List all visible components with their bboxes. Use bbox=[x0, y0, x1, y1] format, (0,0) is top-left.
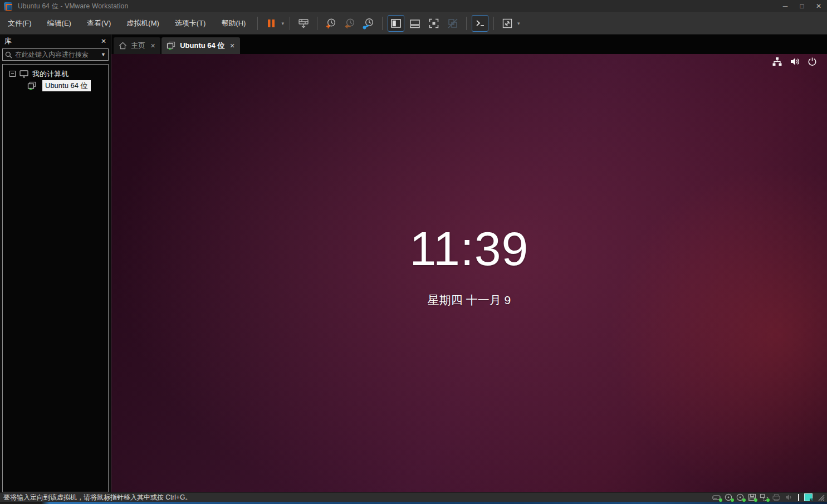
fullscreen-icon bbox=[428, 17, 440, 30]
tab-label: 主页 bbox=[131, 41, 145, 51]
console-view-button[interactable] bbox=[472, 15, 488, 32]
search-dropdown-icon[interactable]: ▼ bbox=[101, 52, 106, 57]
unity-mode-button[interactable] bbox=[444, 15, 461, 32]
cd-drive-icon[interactable] bbox=[725, 493, 733, 501]
toolbar-separator bbox=[493, 17, 494, 30]
content-area: 库 ✕ ▼ bbox=[0, 35, 827, 492]
fit-guest-dropdown-arrow[interactable]: ▾ bbox=[517, 21, 520, 26]
network-icon[interactable] bbox=[772, 57, 782, 66]
show-library-icon bbox=[390, 17, 402, 30]
take-snapshot-button[interactable] bbox=[322, 15, 339, 32]
show-thumbnail-bar-button[interactable] bbox=[407, 15, 423, 32]
main-area: 主页 ✕ Ubuntu 64 位 ✕ bbox=[111, 35, 827, 492]
menu-help[interactable]: 帮助(H) bbox=[213, 12, 253, 34]
guest-indicator-bar bbox=[772, 57, 817, 66]
show-thumbnail-bar-icon bbox=[409, 17, 421, 30]
toolbar-separator bbox=[466, 17, 467, 30]
pause-dropdown-arrow[interactable]: ▾ bbox=[281, 21, 284, 26]
vmware-logo-icon bbox=[4, 2, 12, 11]
device-connected-dot bbox=[719, 498, 722, 502]
library-search-box[interactable]: ▼ bbox=[2, 48, 109, 61]
sound-icon[interactable] bbox=[784, 493, 793, 501]
tab-ubuntu-vm[interactable]: Ubuntu 64 位 ✕ bbox=[162, 37, 239, 54]
library-sidebar: 库 ✕ ▼ bbox=[0, 35, 111, 492]
device-status-icons bbox=[712, 493, 827, 501]
tab-close-icon[interactable]: ✕ bbox=[150, 42, 155, 50]
menu-tabs[interactable]: 选项卡(T) bbox=[167, 12, 214, 34]
tab-home[interactable]: 主页 ✕ bbox=[114, 37, 160, 54]
tree-item-ubuntu-vm[interactable]: Ubuntu 64 位 bbox=[3, 80, 108, 91]
hard-disk-icon[interactable] bbox=[712, 493, 721, 501]
resize-grip[interactable] bbox=[817, 493, 825, 501]
message-log-icon[interactable] bbox=[804, 493, 813, 501]
cd-drive-2-icon[interactable] bbox=[736, 493, 745, 501]
windows-taskbar-edge bbox=[0, 502, 827, 504]
search-input[interactable] bbox=[15, 51, 101, 58]
toolbar-separator bbox=[317, 17, 317, 30]
send-ctrl-alt-del-button[interactable] bbox=[295, 15, 312, 32]
library-close-icon[interactable]: ✕ bbox=[101, 37, 106, 45]
pause-button[interactable] bbox=[263, 15, 280, 32]
revert-snapshot-icon bbox=[344, 17, 356, 30]
menu-view[interactable]: 查看(V) bbox=[79, 12, 119, 34]
vmware-workstation-window: Ubuntu 64 位 - VMware Workstation ─ □ ✕ 文… bbox=[0, 0, 827, 504]
menu-vm[interactable]: 虚拟机(M) bbox=[119, 12, 167, 34]
snapshot-manager-button[interactable] bbox=[360, 15, 377, 32]
device-connected-dot bbox=[742, 498, 746, 502]
titlebar: Ubuntu 64 位 - VMware Workstation ─ □ ✕ bbox=[0, 0, 827, 12]
lock-screen-date: 星期四 十一月 9 bbox=[111, 292, 827, 308]
console-view-icon bbox=[474, 17, 486, 30]
tree-item-my-computer[interactable]: 我的计算机 bbox=[3, 68, 108, 80]
fit-guest-icon bbox=[501, 17, 513, 30]
status-separator bbox=[798, 494, 799, 501]
tab-label: Ubuntu 64 位 bbox=[180, 41, 224, 51]
power-icon[interactable] bbox=[808, 57, 817, 66]
printer-icon[interactable] bbox=[772, 493, 781, 501]
fit-guest-button[interactable] bbox=[499, 15, 516, 32]
minimize-button[interactable]: ─ bbox=[777, 0, 794, 12]
pause-icon bbox=[266, 18, 277, 29]
status-message: 要将输入定向到该虚拟机，请将鼠标指针移入其中或按 Ctrl+G。 bbox=[0, 493, 192, 502]
collapse-expander-icon[interactable] bbox=[9, 71, 16, 77]
take-snapshot-icon bbox=[325, 17, 337, 30]
vm-tab-icon bbox=[167, 41, 176, 50]
library-tree: 我的计算机 Ubuntu 64 位 bbox=[2, 64, 109, 492]
library-title: 库 bbox=[4, 36, 12, 46]
statusbar: 要将输入定向到该虚拟机，请将鼠标指针移入其中或按 Ctrl+G。 bbox=[0, 492, 827, 502]
device-connected-dot bbox=[754, 498, 757, 502]
window-controls: ─ □ ✕ bbox=[777, 0, 827, 12]
device-connected-dot bbox=[766, 498, 770, 502]
toolbar-separator bbox=[382, 17, 383, 30]
tab-close-icon[interactable]: ✕ bbox=[229, 42, 234, 50]
volume-icon[interactable] bbox=[790, 57, 800, 66]
snapshot-manager-icon bbox=[363, 17, 375, 30]
fullscreen-button[interactable] bbox=[425, 15, 442, 32]
maximize-button[interactable]: □ bbox=[794, 0, 810, 12]
unity-mode-icon bbox=[447, 17, 459, 30]
vm-powered-on-icon bbox=[27, 81, 37, 90]
toolbar-separator bbox=[257, 17, 258, 30]
lock-screen-clock: 11:39 bbox=[111, 221, 827, 276]
floppy-icon[interactable] bbox=[748, 493, 756, 501]
library-header: 库 ✕ bbox=[0, 35, 111, 48]
menu-toolbar-row: 文件(F) 编辑(E) 查看(V) 虚拟机(M) 选项卡(T) 帮助(H) ▾ bbox=[0, 12, 827, 35]
device-connected-dot bbox=[731, 498, 734, 502]
search-icon bbox=[5, 51, 12, 58]
menu-edit[interactable]: 编辑(E) bbox=[40, 12, 79, 34]
show-library-button[interactable] bbox=[388, 15, 404, 32]
guest-display[interactable]: 11:39 星期四 十一月 9 bbox=[111, 54, 827, 492]
menu-file[interactable]: 文件(F) bbox=[0, 12, 40, 34]
revert-snapshot-button[interactable] bbox=[341, 15, 358, 32]
computer-icon bbox=[19, 70, 29, 78]
toolbar-separator bbox=[290, 17, 290, 30]
network-adapter-icon[interactable] bbox=[760, 493, 769, 501]
close-button[interactable]: ✕ bbox=[810, 0, 827, 12]
tabbar: 主页 ✕ Ubuntu 64 位 ✕ bbox=[111, 35, 827, 54]
home-icon bbox=[119, 42, 127, 50]
tree-item-label: 我的计算机 bbox=[32, 69, 68, 79]
window-title: Ubuntu 64 位 - VMware Workstation bbox=[18, 2, 128, 11]
tree-item-label-selected: Ubuntu 64 位 bbox=[42, 80, 91, 91]
send-ctrl-alt-del-icon bbox=[297, 17, 310, 30]
